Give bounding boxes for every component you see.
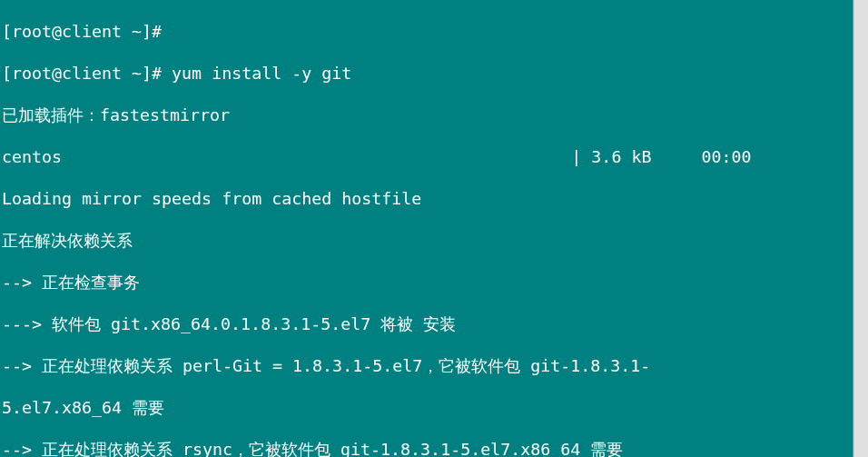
- terminal-line: --> 正在处理依赖关系 rsync，它被软件包 git-1.8.3.1-5.e…: [2, 439, 851, 457]
- terminal-line: 正在解决依赖关系: [2, 230, 851, 251]
- terminal-line: --> 正在检查事务: [2, 272, 851, 293]
- terminal-line: 已加载插件：fastestmirror: [2, 104, 851, 125]
- terminal-line: 5.el7.x86_64 需要: [2, 397, 851, 418]
- terminal-output[interactable]: [root@client ~]# [root@client ~]# yum in…: [0, 0, 853, 457]
- terminal-line: --> 正在处理依赖关系 perl-Git = 1.8.3.1-5.el7，它被…: [2, 355, 851, 376]
- terminal-line: centos | 3.6 kB 00:00: [2, 146, 851, 167]
- vertical-scrollbar[interactable]: [853, 0, 868, 457]
- scroll-track[interactable]: [854, 0, 868, 457]
- terminal-line: ---> 软件包 git.x86_64.0.1.8.3.1-5.el7 将被 安…: [2, 313, 851, 334]
- terminal-line: Loading mirror speeds from cached hostfi…: [2, 188, 851, 209]
- terminal-line: [root@client ~]#: [2, 21, 851, 42]
- terminal-line: [root@client ~]# yum install -y git: [2, 63, 851, 84]
